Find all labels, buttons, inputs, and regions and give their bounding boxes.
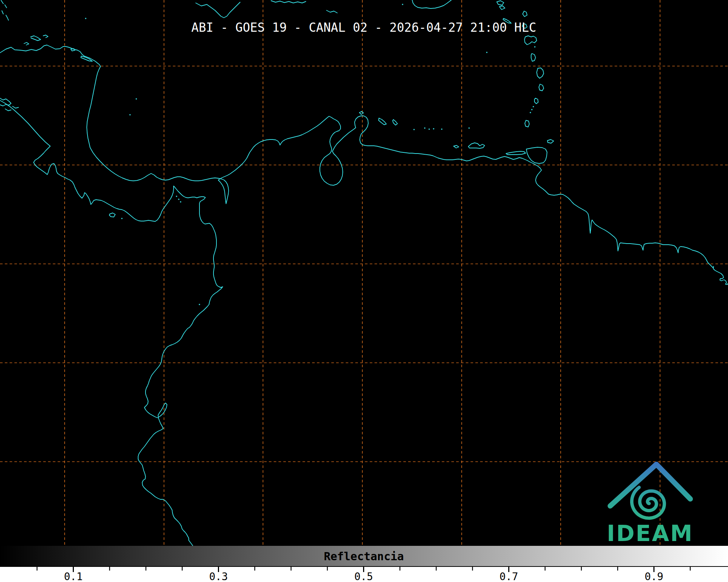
island-dot: [176, 196, 177, 197]
colorbar-tick-label: 0.3: [209, 571, 228, 582]
island-dot: [441, 128, 442, 130]
map-background: [0, 0, 728, 546]
island-dot: [178, 199, 180, 200]
image-title: ABI - GOES 19 - CANAL 02 - 2026-04-27 21…: [191, 20, 536, 35]
colorbar-title: Reflectancia: [324, 550, 404, 563]
colorbar-tick-label: 0.9: [645, 571, 663, 582]
colorbar: 0.10.30.50.70.9 Reflectancia: [0, 546, 728, 582]
island-dot: [486, 52, 488, 53]
island-dot: [413, 129, 415, 130]
island-dot: [424, 127, 425, 129]
island-dot: [199, 304, 200, 305]
island-dot: [121, 218, 123, 219]
island-dot: [531, 109, 533, 110]
colorbar-tick-label: 0.7: [499, 571, 518, 582]
ideam-logo-text: IDEAM: [607, 520, 693, 546]
colorbar-tick-label: 0.5: [354, 571, 373, 582]
island-dot: [136, 98, 137, 100]
island-dot: [129, 114, 131, 116]
island-dot: [402, 4, 403, 5]
island-dot: [85, 18, 86, 19]
goes-satellite-image: ABI - GOES 19 - CANAL 02 - 2026-04-27 21…: [0, 0, 728, 582]
island-dot: [433, 128, 434, 130]
island-dot: [468, 127, 470, 129]
satellite-viewer: ABI - GOES 19 - CANAL 02 - 2026-04-27 21…: [0, 0, 728, 582]
island-dot: [530, 112, 531, 113]
island-dot: [534, 46, 536, 48]
island-dot: [428, 128, 430, 130]
island-dot: [180, 201, 181, 203]
island-dot: [533, 106, 534, 107]
colorbar-tick-label: 0.1: [64, 571, 83, 582]
